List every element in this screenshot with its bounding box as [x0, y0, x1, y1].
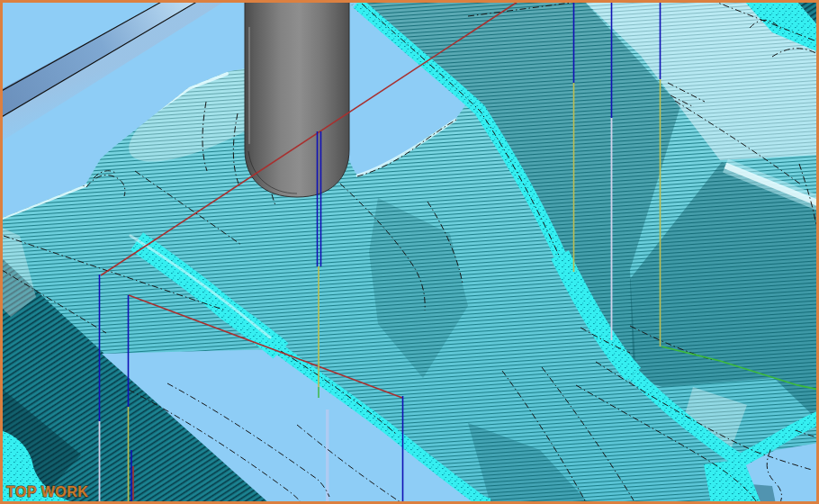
view-label: TOP WORK — [6, 484, 88, 500]
tool-cylinder — [245, 3, 349, 197]
cam-viewport[interactable]: TOP WORK — [0, 0, 819, 504]
cam-scene-canvas[interactable]: TOP WORK — [0, 0, 819, 504]
